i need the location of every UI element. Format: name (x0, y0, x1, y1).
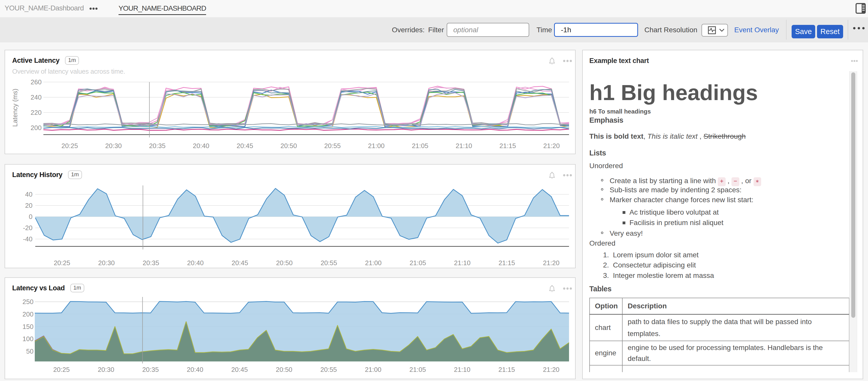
svg-text:21:10: 21:10 (454, 366, 470, 373)
svg-text:-40: -40 (23, 235, 32, 243)
svg-text:20:45: 20:45 (231, 366, 248, 373)
svg-text:Latency (ms): Latency (ms) (11, 89, 19, 127)
svg-text:20:30: 20:30 (98, 259, 115, 267)
svg-text:21:15: 21:15 (498, 259, 515, 267)
svg-text:20:50: 20:50 (276, 366, 292, 373)
svg-text:21:00: 21:00 (365, 259, 381, 267)
svg-text:20:40: 20:40 (187, 259, 204, 267)
svg-text:21:15: 21:15 (498, 366, 515, 373)
svg-text:100: 100 (23, 335, 33, 343)
svg-text:200: 200 (23, 311, 33, 318)
svg-text:20:50: 20:50 (280, 142, 297, 150)
svg-text:21:05: 21:05 (410, 259, 426, 267)
svg-text:-20: -20 (23, 224, 32, 232)
svg-text:260: 260 (31, 78, 42, 86)
svg-text:20:40: 20:40 (187, 366, 203, 373)
svg-text:20:40: 20:40 (193, 142, 209, 150)
svg-text:20:45: 20:45 (237, 142, 253, 150)
svg-text:21:00: 21:00 (368, 142, 384, 150)
svg-text:200: 200 (31, 124, 42, 131)
svg-text:21:10: 21:10 (456, 142, 472, 150)
svg-text:20:55: 20:55 (320, 366, 337, 373)
svg-text:20:55: 20:55 (324, 142, 341, 150)
svg-text:20:55: 20:55 (320, 259, 337, 267)
svg-text:0: 0 (29, 213, 32, 221)
svg-text:20:25: 20:25 (54, 259, 70, 267)
svg-text:240: 240 (31, 93, 42, 101)
svg-text:150: 150 (23, 323, 33, 330)
svg-text:21:20: 21:20 (543, 142, 560, 150)
svg-text:220: 220 (31, 109, 42, 116)
svg-text:20:35: 20:35 (143, 366, 159, 373)
svg-text:40: 40 (25, 190, 32, 198)
svg-text:21:10: 21:10 (454, 259, 470, 267)
svg-text:20:30: 20:30 (98, 366, 114, 373)
svg-text:20:35: 20:35 (149, 142, 165, 150)
svg-text:50: 50 (26, 348, 33, 355)
svg-text:21:20: 21:20 (543, 366, 559, 373)
svg-text:21:20: 21:20 (543, 259, 559, 267)
svg-text:20:50: 20:50 (276, 259, 292, 267)
svg-text:21:00: 21:00 (365, 366, 381, 373)
svg-text:20: 20 (25, 202, 32, 209)
svg-text:20:30: 20:30 (105, 142, 122, 150)
svg-text:20:25: 20:25 (53, 366, 70, 373)
svg-text:20:45: 20:45 (232, 259, 248, 267)
svg-text:21:15: 21:15 (499, 142, 516, 150)
svg-text:250: 250 (23, 298, 33, 305)
svg-text:20:25: 20:25 (61, 142, 78, 150)
svg-text:21:05: 21:05 (409, 366, 426, 373)
svg-text:20:35: 20:35 (143, 259, 159, 267)
svg-text:21:05: 21:05 (412, 142, 428, 150)
